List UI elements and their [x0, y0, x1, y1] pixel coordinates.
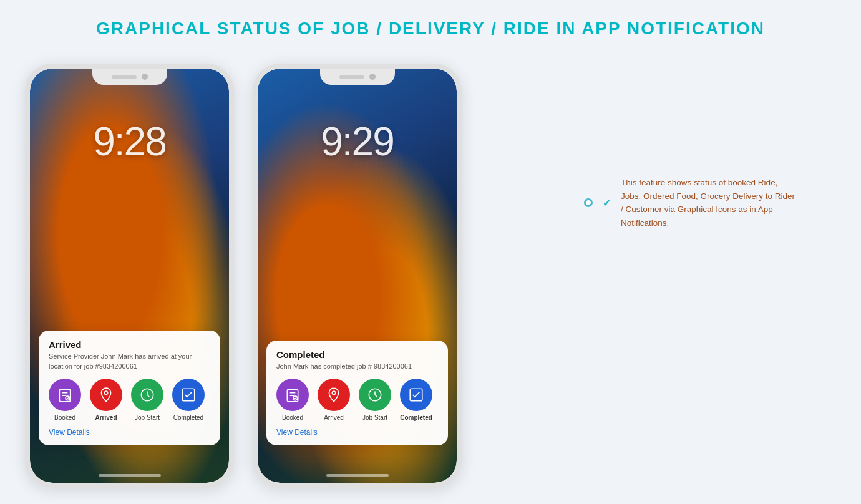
booked-icon-circle-2 [276, 379, 309, 411]
phone-1-completed-label: Completed [173, 414, 203, 422]
phone-1-icon-arrived: Arrived [90, 379, 122, 422]
phone-2-home-indicator [326, 474, 389, 477]
phone-2-view-details[interactable]: View Details [276, 428, 438, 437]
phone-2-time: 9:29 [321, 119, 394, 165]
phone-1-notif-subtitle: Service Provider John Mark has arrived a… [49, 352, 210, 371]
feature-callout: ✔ This feature shows status of booked Ri… [499, 176, 799, 230]
phone-2-completed-label: Completed [400, 414, 432, 422]
notch-camera-2 [369, 74, 376, 80]
arrived-icon-circle-1 [90, 379, 122, 411]
phone-1-notif-title: Arrived [49, 339, 210, 350]
content-row: 9:28 Arrived Service Provider John Mark … [25, 64, 836, 488]
phone-2-inner: 9:29 Completed John Mark has completed j… [258, 69, 457, 483]
phone-1-home-indicator [99, 474, 161, 477]
phones-container: 9:28 Arrived Service Provider John Mark … [25, 64, 462, 488]
phone-1-jobstart-label: Job Start [135, 414, 160, 422]
notch-speaker [112, 75, 137, 79]
phone-2-notif-title: Completed [276, 349, 438, 360]
check-icon: ✔ [603, 197, 611, 209]
phone-2-arrived-label: Arrived [324, 414, 344, 422]
phone-1-icon-completed: Completed [172, 379, 205, 422]
phone-2-icon-jobstart: Job Start [359, 379, 391, 422]
phone-2: 9:29 Completed John Mark has completed j… [253, 64, 462, 488]
notch-speaker-2 [339, 75, 364, 79]
phone-1-arrived-label: Arrived [95, 414, 117, 422]
callout-description: This feature shows status of booked Ride… [621, 176, 799, 230]
svg-point-11 [332, 391, 335, 394]
phone-2-jobstart-label: Job Start [362, 414, 387, 422]
phone-1-notification-card: Arrived Service Provider John Mark has a… [39, 331, 220, 445]
booked-icon-circle-1 [49, 379, 81, 411]
phone-2-notif-subtitle: John Mark has completed job # 9834200061 [276, 362, 438, 371]
callout-line [499, 203, 574, 203]
callout-dot [584, 198, 593, 207]
completed-icon-circle-2 [400, 379, 432, 411]
page-title: GRAPHICAL STATUS OF JOB / DELIVERY / RID… [96, 19, 765, 39]
phone-1-booked-label: Booked [54, 414, 75, 422]
phone-1-view-details[interactable]: View Details [49, 428, 210, 437]
phone-2-icon-arrived: Arrived [318, 379, 350, 422]
jobstart-icon-circle-2 [359, 379, 391, 411]
phone-2-icon-booked: Booked [276, 379, 309, 422]
notch-camera [142, 74, 148, 80]
phone-2-icon-completed: Completed [400, 379, 432, 422]
phone-2-booked-label: Booked [282, 414, 303, 422]
phone-2-notification-card: Completed John Mark has completed job # … [266, 341, 448, 445]
arrived-icon-circle-2 [318, 379, 350, 411]
svg-point-4 [104, 391, 107, 394]
phone-1-icons-row: Booked Arrived [49, 379, 210, 422]
completed-icon-circle-1 [172, 379, 205, 411]
phone-1-notch [92, 69, 167, 85]
phone-1-icon-jobstart: Job Start [131, 379, 163, 422]
phone-1: 9:28 Arrived Service Provider John Mark … [25, 64, 234, 488]
phone-1-icon-booked: Booked [49, 379, 81, 422]
jobstart-icon-circle-1 [131, 379, 163, 411]
phone-2-icons-row: Booked Arrived [276, 379, 438, 422]
phone-1-inner: 9:28 Arrived Service Provider John Mark … [30, 69, 229, 483]
phone-2-notch [320, 69, 395, 85]
phone-1-time: 9:28 [93, 119, 166, 165]
